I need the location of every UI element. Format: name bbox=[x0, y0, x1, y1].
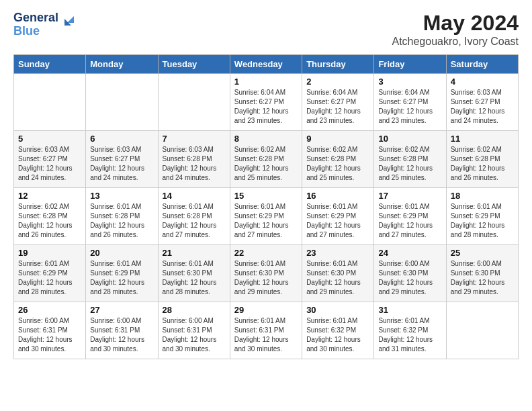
cell-info: Sunrise: 6:04 AMSunset: 6:27 PMDaylight:… bbox=[378, 88, 441, 126]
cell-info: Sunrise: 6:01 AMSunset: 6:30 PMDaylight:… bbox=[234, 259, 298, 297]
cell-info: Sunrise: 6:00 AMSunset: 6:30 PMDaylight:… bbox=[378, 259, 441, 297]
calendar-cell: 26Sunrise: 6:00 AMSunset: 6:31 PMDayligh… bbox=[14, 302, 86, 359]
calendar-cell: 28Sunrise: 6:00 AMSunset: 6:31 PMDayligh… bbox=[158, 302, 230, 359]
cell-info: Sunrise: 6:03 AMSunset: 6:27 PMDaylight:… bbox=[18, 145, 81, 183]
day-number: 8 bbox=[234, 134, 298, 144]
calendar-cell: 18Sunrise: 6:01 AMSunset: 6:29 PMDayligh… bbox=[446, 188, 518, 245]
week-row-1: 1Sunrise: 6:04 AMSunset: 6:27 PMDaylight… bbox=[14, 74, 519, 131]
day-number: 18 bbox=[451, 191, 514, 201]
calendar-cell bbox=[86, 74, 158, 131]
calendar-cell bbox=[446, 302, 518, 359]
cell-info: Sunrise: 6:02 AMSunset: 6:28 PMDaylight:… bbox=[18, 202, 81, 240]
col-header-monday: Monday bbox=[86, 55, 158, 74]
cell-info: Sunrise: 6:03 AMSunset: 6:28 PMDaylight:… bbox=[163, 145, 226, 183]
week-row-5: 26Sunrise: 6:00 AMSunset: 6:31 PMDayligh… bbox=[14, 302, 519, 359]
day-number: 4 bbox=[451, 77, 514, 87]
calendar-cell: 7Sunrise: 6:03 AMSunset: 6:28 PMDaylight… bbox=[158, 131, 230, 188]
calendar-cell: 27Sunrise: 6:00 AMSunset: 6:31 PMDayligh… bbox=[86, 302, 158, 359]
col-header-thursday: Thursday bbox=[302, 55, 374, 74]
svg-marker-0 bbox=[67, 16, 74, 23]
calendar-cell: 19Sunrise: 6:01 AMSunset: 6:29 PMDayligh… bbox=[14, 245, 86, 302]
calendar-cell: 5Sunrise: 6:03 AMSunset: 6:27 PMDaylight… bbox=[14, 131, 86, 188]
calendar-cell bbox=[14, 74, 86, 131]
cell-info: Sunrise: 6:01 AMSunset: 6:29 PMDaylight:… bbox=[18, 259, 81, 297]
calendar-cell: 31Sunrise: 6:01 AMSunset: 6:32 PMDayligh… bbox=[374, 302, 446, 359]
calendar-cell: 16Sunrise: 6:01 AMSunset: 6:29 PMDayligh… bbox=[302, 188, 374, 245]
day-number: 31 bbox=[378, 305, 441, 315]
page: General Blue May 2024 Atchegouakro, Ivor… bbox=[0, 0, 532, 370]
day-number: 28 bbox=[163, 305, 226, 315]
calendar-cell: 1Sunrise: 6:04 AMSunset: 6:27 PMDaylight… bbox=[230, 74, 302, 131]
calendar-cell: 17Sunrise: 6:01 AMSunset: 6:29 PMDayligh… bbox=[374, 188, 446, 245]
calendar-table: SundayMondayTuesdayWednesdayThursdayFrid… bbox=[13, 54, 519, 359]
cell-info: Sunrise: 6:01 AMSunset: 6:28 PMDaylight:… bbox=[90, 202, 153, 240]
day-number: 10 bbox=[378, 134, 441, 144]
col-header-tuesday: Tuesday bbox=[158, 55, 230, 74]
logo-icon bbox=[63, 11, 78, 26]
day-number: 15 bbox=[234, 191, 298, 201]
calendar-cell: 22Sunrise: 6:01 AMSunset: 6:30 PMDayligh… bbox=[230, 245, 302, 302]
day-number: 26 bbox=[18, 305, 81, 315]
day-number: 9 bbox=[306, 134, 369, 144]
calendar-cell: 14Sunrise: 6:01 AMSunset: 6:28 PMDayligh… bbox=[158, 188, 230, 245]
day-number: 13 bbox=[90, 191, 153, 201]
calendar-cell: 29Sunrise: 6:01 AMSunset: 6:31 PMDayligh… bbox=[230, 302, 302, 359]
calendar-header-row: SundayMondayTuesdayWednesdayThursdayFrid… bbox=[14, 55, 519, 74]
location: Atchegouakro, Ivory Coast bbox=[392, 36, 519, 48]
col-header-sunday: Sunday bbox=[14, 55, 86, 74]
calendar-cell: 23Sunrise: 6:01 AMSunset: 6:30 PMDayligh… bbox=[302, 245, 374, 302]
cell-info: Sunrise: 6:02 AMSunset: 6:28 PMDaylight:… bbox=[306, 145, 369, 183]
day-number: 24 bbox=[378, 248, 441, 258]
cell-info: Sunrise: 6:01 AMSunset: 6:31 PMDaylight:… bbox=[234, 316, 298, 354]
week-row-3: 12Sunrise: 6:02 AMSunset: 6:28 PMDayligh… bbox=[14, 188, 519, 245]
calendar-cell: 11Sunrise: 6:02 AMSunset: 6:28 PMDayligh… bbox=[446, 131, 518, 188]
cell-info: Sunrise: 6:03 AMSunset: 6:27 PMDaylight:… bbox=[451, 88, 514, 126]
calendar-cell: 2Sunrise: 6:04 AMSunset: 6:27 PMDaylight… bbox=[302, 74, 374, 131]
cell-info: Sunrise: 6:02 AMSunset: 6:28 PMDaylight:… bbox=[378, 145, 441, 183]
day-number: 1 bbox=[234, 77, 298, 87]
day-number: 16 bbox=[306, 191, 369, 201]
day-number: 25 bbox=[451, 248, 514, 258]
day-number: 17 bbox=[378, 191, 441, 201]
cell-info: Sunrise: 6:01 AMSunset: 6:32 PMDaylight:… bbox=[306, 316, 369, 354]
week-row-2: 5Sunrise: 6:03 AMSunset: 6:27 PMDaylight… bbox=[14, 131, 519, 188]
calendar-cell: 6Sunrise: 6:03 AMSunset: 6:27 PMDaylight… bbox=[86, 131, 158, 188]
cell-info: Sunrise: 6:02 AMSunset: 6:28 PMDaylight:… bbox=[234, 145, 298, 183]
day-number: 30 bbox=[306, 305, 369, 315]
day-number: 6 bbox=[90, 134, 153, 144]
cell-info: Sunrise: 6:01 AMSunset: 6:30 PMDaylight:… bbox=[306, 259, 369, 297]
day-number: 29 bbox=[234, 305, 298, 315]
day-number: 27 bbox=[90, 305, 153, 315]
calendar-cell: 21Sunrise: 6:01 AMSunset: 6:30 PMDayligh… bbox=[158, 245, 230, 302]
calendar-cell: 30Sunrise: 6:01 AMSunset: 6:32 PMDayligh… bbox=[302, 302, 374, 359]
title-block: May 2024 Atchegouakro, Ivory Coast bbox=[392, 11, 519, 48]
month-year: May 2024 bbox=[392, 11, 519, 36]
day-number: 5 bbox=[18, 134, 81, 144]
col-header-wednesday: Wednesday bbox=[230, 55, 302, 74]
cell-info: Sunrise: 6:01 AMSunset: 6:29 PMDaylight:… bbox=[306, 202, 369, 240]
cell-info: Sunrise: 6:01 AMSunset: 6:32 PMDaylight:… bbox=[378, 316, 441, 354]
calendar-cell: 8Sunrise: 6:02 AMSunset: 6:28 PMDaylight… bbox=[230, 131, 302, 188]
day-number: 19 bbox=[18, 248, 81, 258]
calendar-cell: 10Sunrise: 6:02 AMSunset: 6:28 PMDayligh… bbox=[374, 131, 446, 188]
day-number: 12 bbox=[18, 191, 81, 201]
day-number: 22 bbox=[234, 248, 298, 258]
calendar-cell: 20Sunrise: 6:01 AMSunset: 6:29 PMDayligh… bbox=[86, 245, 158, 302]
week-row-4: 19Sunrise: 6:01 AMSunset: 6:29 PMDayligh… bbox=[14, 245, 519, 302]
logo: General Blue bbox=[13, 11, 78, 38]
day-number: 3 bbox=[378, 77, 441, 87]
cell-info: Sunrise: 6:01 AMSunset: 6:29 PMDaylight:… bbox=[451, 202, 514, 240]
cell-info: Sunrise: 6:01 AMSunset: 6:28 PMDaylight:… bbox=[163, 202, 226, 240]
col-header-saturday: Saturday bbox=[446, 55, 518, 74]
day-number: 20 bbox=[90, 248, 153, 258]
calendar-cell: 9Sunrise: 6:02 AMSunset: 6:28 PMDaylight… bbox=[302, 131, 374, 188]
day-number: 7 bbox=[163, 134, 226, 144]
calendar-cell: 3Sunrise: 6:04 AMSunset: 6:27 PMDaylight… bbox=[374, 74, 446, 131]
calendar-cell: 15Sunrise: 6:01 AMSunset: 6:29 PMDayligh… bbox=[230, 188, 302, 245]
day-number: 2 bbox=[306, 77, 369, 87]
cell-info: Sunrise: 6:00 AMSunset: 6:31 PMDaylight:… bbox=[18, 316, 81, 354]
cell-info: Sunrise: 6:02 AMSunset: 6:28 PMDaylight:… bbox=[451, 145, 514, 183]
calendar-cell bbox=[158, 74, 230, 131]
calendar-cell: 25Sunrise: 6:00 AMSunset: 6:30 PMDayligh… bbox=[446, 245, 518, 302]
cell-info: Sunrise: 6:04 AMSunset: 6:27 PMDaylight:… bbox=[306, 88, 369, 126]
